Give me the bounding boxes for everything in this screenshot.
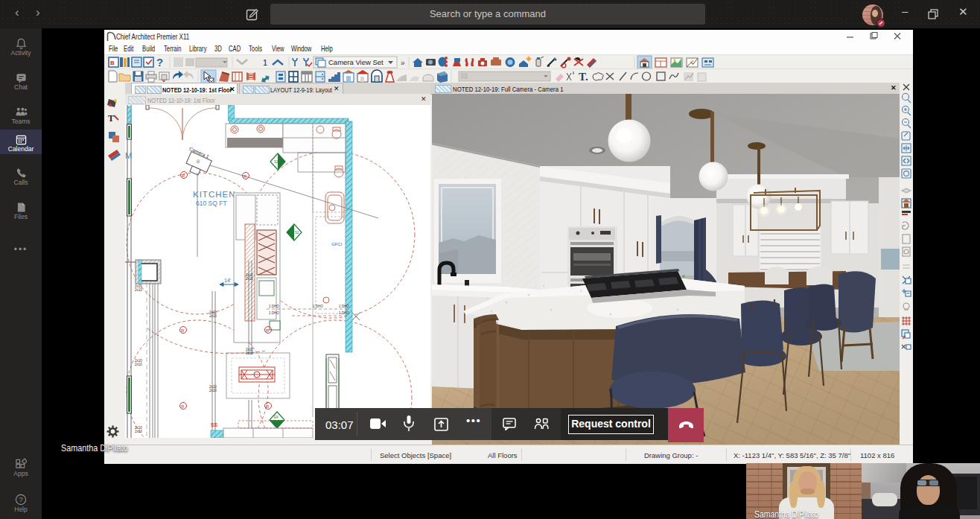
svg-text:2x10: 2x10 bbox=[135, 363, 142, 366]
svg-text:T.: T. bbox=[579, 71, 588, 83]
svg-text:R: R bbox=[181, 328, 185, 333]
svg-text:2x10: 2x10 bbox=[246, 351, 253, 355]
svg-text:2x10: 2x10 bbox=[209, 314, 217, 318]
svg-text:1 DHO: 1 DHO bbox=[269, 311, 279, 315]
svg-text:S2: S2 bbox=[274, 160, 279, 164]
svg-text:1 DHO: 1 DHO bbox=[339, 311, 349, 315]
svg-text:R: R bbox=[182, 173, 185, 178]
svg-text:R: R bbox=[266, 404, 270, 409]
svg-text:2x10: 2x10 bbox=[209, 389, 217, 392]
svg-text:1 DHO: 1 DHO bbox=[313, 305, 323, 308]
svg-text:?: ? bbox=[156, 56, 163, 69]
svg-text:S2: S2 bbox=[295, 231, 299, 235]
svg-text:2x10: 2x10 bbox=[135, 288, 142, 292]
svg-text:Camera View Set: Camera View Set bbox=[328, 58, 384, 66]
svg-text:?: ? bbox=[19, 495, 22, 503]
svg-text:1 DHO: 1 DHO bbox=[339, 305, 349, 308]
svg-text:T: T bbox=[108, 113, 114, 124]
svg-text:1: 1 bbox=[263, 58, 267, 67]
svg-text:KITCHEN: KITCHEN bbox=[193, 190, 235, 199]
svg-text:14': 14' bbox=[224, 278, 231, 283]
svg-text:2x10: 2x10 bbox=[135, 430, 142, 433]
svg-text:R: R bbox=[244, 174, 247, 179]
svg-text:610 SQ FT: 610 SQ FT bbox=[196, 200, 227, 207]
svg-text:E4: E4 bbox=[274, 415, 279, 419]
svg-text:M: M bbox=[125, 151, 132, 160]
svg-text:R: R bbox=[266, 328, 270, 333]
svg-text:GFCI: GFCI bbox=[331, 242, 343, 246]
svg-text:B: B bbox=[110, 60, 115, 66]
svg-text:$$: $$ bbox=[211, 421, 217, 428]
svg-text:2x10: 2x10 bbox=[246, 277, 253, 281]
svg-text:»: » bbox=[401, 59, 405, 67]
svg-text:R: R bbox=[181, 404, 185, 409]
svg-text:1 DHO: 1 DHO bbox=[269, 305, 279, 308]
